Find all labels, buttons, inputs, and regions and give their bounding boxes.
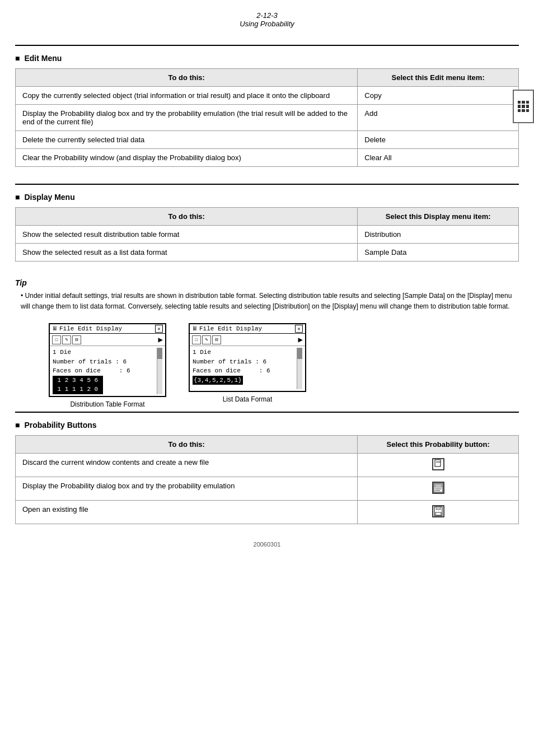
- calc-logo-left: 🖩: [52, 325, 58, 332]
- screenshots-row: 🖩 File Edit Display ✕ ☐ ✎ ⊟ ▶ 1 Die Numb…: [15, 323, 519, 408]
- calc-titlebar-left-bar: 🖩 File Edit Display ✕: [50, 324, 165, 334]
- display-item-cell: Distribution: [358, 226, 519, 244]
- edit-menu-row: Copy the currently selected object (tria…: [16, 87, 519, 105]
- prob-action-cell: Open an existing file: [16, 500, 358, 524]
- edit-menu-row: Delete the currently selected trial data…: [16, 131, 519, 149]
- prob-action-cell: Discard the current window contents and …: [16, 453, 358, 477]
- footer-code: 20060301: [254, 541, 281, 548]
- display-item-cell: Sample Data: [358, 244, 519, 262]
- edit-menu-row: Display the Probability dialog box and t…: [16, 105, 519, 131]
- edit-item-cell: Add: [358, 105, 519, 131]
- prob-col-action-header: To do this:: [16, 435, 358, 453]
- prob-row: Display the Probability dialog box and t…: [16, 477, 519, 500]
- prob-button-cell: [358, 500, 519, 524]
- edit-col-select-header: Select this Edit menu item:: [358, 69, 519, 87]
- tip-section: Tip Under initial default settings, tria…: [15, 278, 519, 312]
- display-menu-section: Display Menu To do this: Select this Dis…: [15, 184, 519, 262]
- screenshot-left: 🖩 File Edit Display ✕ ☐ ✎ ⊟ ▶ 1 Die Numb…: [49, 323, 166, 408]
- calc-scrollbar-right: [297, 348, 302, 389]
- calc-content-left: 1 Die Number of trials : 6 Faces on dice…: [53, 348, 157, 394]
- edit-item-cell: Delete: [358, 131, 519, 149]
- page-header: 2-12-3 Using Probability: [15, 11, 519, 28]
- chapter-side-tab: [513, 90, 534, 123]
- calc-body-right: 1 Die Number of trials : 6 Faces on dice…: [190, 346, 305, 391]
- svg-rect-3: [433, 482, 444, 493]
- calc-logo-right: 🖩: [192, 325, 198, 332]
- chapter-tab-grid: [518, 101, 529, 112]
- calc-window-left: 🖩 File Edit Display ✕ ☐ ✎ ⊟ ▶ 1 Die Numb…: [49, 323, 166, 397]
- calc-title-left: File Edit Display: [59, 325, 122, 332]
- calc-edit-btn-left: ✎: [62, 335, 71, 344]
- display-col-action-header: To do this:: [16, 208, 358, 226]
- page-subtitle: Using Probability: [15, 20, 519, 28]
- prob-table: To do this: Select this Probability butt…: [15, 435, 519, 524]
- edit-item-cell: Copy: [358, 87, 519, 105]
- prob-col-select-header: Select this Probability button:: [358, 435, 519, 453]
- display-menu-table: To do this: Select this Display menu ite…: [15, 207, 519, 262]
- calc-title-right: File Edit Display: [199, 325, 262, 332]
- display-action-cell: Show the selected result as a list data …: [16, 244, 358, 262]
- tip-title: Tip: [15, 278, 519, 287]
- edit-item-cell: Clear All: [358, 149, 519, 167]
- prob-title: Probability Buttons: [15, 421, 519, 430]
- screenshot-caption-left: Distribution Table Format: [70, 400, 144, 408]
- svg-rect-10: [436, 507, 441, 510]
- svg-rect-5: [435, 484, 442, 487]
- prob-action-cell: Display the Probability dialog box and t…: [16, 477, 358, 500]
- calc-toolbar-right: ☐ ✎ ⊟ ▶: [190, 334, 305, 346]
- calc-new-btn-right: ☐: [192, 335, 201, 344]
- prob-button-cell: [358, 453, 519, 477]
- edit-menu-title: Edit Menu: [15, 54, 519, 63]
- probability-buttons-section: Probability Buttons To do this: Select t…: [15, 412, 519, 524]
- calc-close-left: ✕: [155, 325, 163, 333]
- calc-window-right: 🖩 File Edit Display ✕ ☐ ✎ ⊟ ▶ 1 Die Numb…: [189, 323, 306, 392]
- svg-rect-0: [433, 459, 444, 470]
- page-footer: 20060301: [15, 541, 519, 548]
- prob-row: Discard the current window contents and …: [16, 453, 519, 477]
- calc-save-btn-right: ⊟: [212, 335, 221, 344]
- display-menu-title: Display Menu: [15, 193, 519, 202]
- calc-close-right: ✕: [295, 325, 303, 333]
- edit-action-cell: Delete the currently selected trial data: [16, 131, 358, 149]
- edit-action-cell: Clear the Probability window (and displa…: [16, 149, 358, 167]
- prob-row: Open an existing file: [16, 500, 519, 524]
- display-action-cell: Show the selected result distribution ta…: [16, 226, 358, 244]
- calc-new-btn-left: ☐: [52, 335, 61, 344]
- tip-text: Under initial default settings, trial re…: [15, 291, 519, 312]
- prob-divider: [15, 412, 519, 413]
- edit-menu-table: To do this: Select this Edit menu item: …: [15, 68, 519, 167]
- calc-scrollbar-left: [157, 348, 162, 394]
- edit-action-cell: Copy the currently selected object (tria…: [16, 87, 358, 105]
- screenshot-caption-right: List Data Format: [223, 395, 273, 403]
- calc-content-right: 1 Die Number of trials : 6 Faces on dice…: [193, 348, 297, 389]
- edit-menu-divider: [15, 45, 519, 46]
- edit-menu-section: Edit Menu To do this: Select this Edit m…: [15, 45, 519, 167]
- edit-menu-row: Clear the Probability window (and displa…: [16, 149, 519, 167]
- edit-col-action-header: To do this:: [16, 69, 358, 87]
- prob-button-cell: [358, 477, 519, 500]
- display-menu-row: Show the selected result distribution ta…: [16, 226, 519, 244]
- display-col-select-header: Select this Display menu item:: [358, 208, 519, 226]
- calc-arrow-left: ▶: [158, 335, 163, 344]
- calc-body-left: 1 Die Number of trials : 6 Faces on dice…: [50, 346, 165, 396]
- calc-save-btn-left: ⊟: [72, 335, 81, 344]
- display-menu-row: Show the selected result as a list data …: [16, 244, 519, 262]
- page-number: 2-12-3: [15, 11, 519, 20]
- screenshot-right: 🖩 File Edit Display ✕ ☐ ✎ ⊟ ▶ 1 Die Numb…: [189, 323, 306, 408]
- edit-action-cell: Display the Probability dialog box and t…: [16, 105, 358, 131]
- calc-edit-btn-right: ✎: [202, 335, 211, 344]
- calc-arrow-right: ▶: [298, 335, 303, 344]
- calc-titlebar-right-bar: 🖩 File Edit Display ✕: [190, 324, 305, 334]
- display-menu-divider: [15, 184, 519, 185]
- calc-toolbar-left: ☐ ✎ ⊟ ▶: [50, 334, 165, 346]
